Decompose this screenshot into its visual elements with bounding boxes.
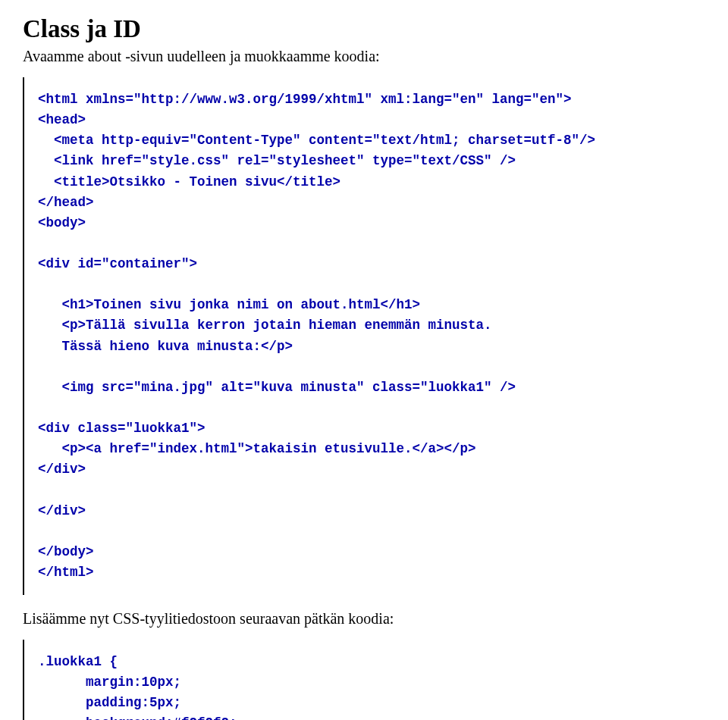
page-heading: Class ja ID bbox=[23, 15, 705, 43]
code-block-1-content: <html xmlns="http://www.w3.org/1999/xhtm… bbox=[38, 89, 705, 583]
mid-text: Lisäämme nyt CSS-tyylitiedostoon seuraav… bbox=[23, 610, 705, 628]
code-block-2-content: .luokka1 { margin:10px; padding:5px; bac… bbox=[38, 652, 705, 720]
code-block-1: <html xmlns="http://www.w3.org/1999/xhtm… bbox=[23, 77, 705, 595]
intro-text: Avaamme about -sivun uudelleen ja muokka… bbox=[23, 48, 705, 65]
code-block-2: .luokka1 { margin:10px; padding:5px; bac… bbox=[23, 640, 705, 720]
